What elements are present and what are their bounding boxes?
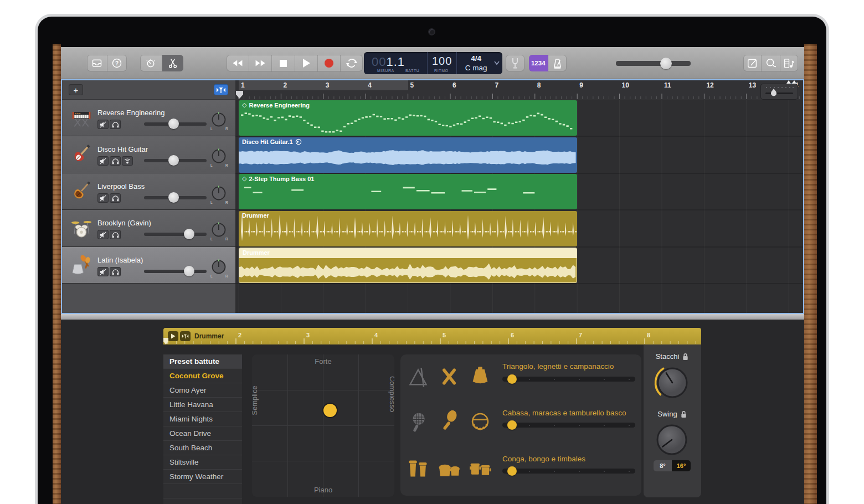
track-volume-slider[interactable] bbox=[144, 159, 207, 162]
region-drummer-brooklyn[interactable]: Drummer bbox=[239, 211, 577, 246]
track-volume-thumb[interactable] bbox=[184, 229, 194, 239]
smart-controls-button[interactable] bbox=[140, 55, 162, 71]
forward-button[interactable] bbox=[249, 55, 272, 71]
track-row-reverse-engineering[interactable]: Reverse Engineering LR bbox=[62, 100, 235, 136]
library-button[interactable] bbox=[87, 55, 107, 71]
stop-button[interactable] bbox=[272, 55, 295, 71]
pan-knob[interactable]: LR bbox=[210, 258, 228, 277]
track-volume-slider[interactable] bbox=[144, 270, 207, 273]
mute-button[interactable] bbox=[97, 193, 109, 203]
metronome-button[interactable] bbox=[548, 55, 567, 71]
input-monitor-button[interactable] bbox=[122, 156, 133, 166]
track-name[interactable]: Disco Hit Guitar bbox=[97, 145, 148, 153]
preset-item-stiltsville[interactable]: Stiltsville bbox=[163, 455, 242, 470]
window-divider[interactable] bbox=[61, 314, 804, 320]
track-volume-thumb[interactable] bbox=[168, 155, 179, 166]
loop-browser-button[interactable] bbox=[762, 55, 780, 71]
maracas-icon[interactable] bbox=[438, 410, 460, 432]
percussion-slider-thumb[interactable] bbox=[507, 466, 517, 476]
timbales-icon[interactable] bbox=[469, 460, 491, 482]
drummer-editor-header[interactable]: Drummer 2345678 bbox=[163, 328, 701, 344]
preset-item-miami-nights[interactable]: Miami Nights bbox=[163, 412, 242, 426]
add-track-button[interactable]: + bbox=[69, 84, 83, 95]
xy-pad-puck[interactable] bbox=[323, 404, 337, 417]
region-drummer-latin[interactable]: Drummer bbox=[239, 248, 577, 283]
drummer-xy-pad[interactable]: Forte Piano Semplice Complesso bbox=[252, 354, 394, 497]
lcd-key-section[interactable]: 4/4 C mag bbox=[457, 52, 502, 74]
swing-16th-button[interactable]: 16° bbox=[672, 460, 691, 471]
track-volume-slider[interactable] bbox=[144, 122, 207, 126]
lock-icon[interactable] bbox=[682, 353, 689, 361]
preset-item-ocean-drive[interactable]: Ocean Drive bbox=[163, 426, 242, 441]
bongos-icon[interactable] bbox=[438, 461, 460, 483]
region-2step-thump-bass[interactable]: ◇2-Step Thump Bass 01 bbox=[239, 174, 577, 209]
swing-8th-button[interactable]: 8° bbox=[654, 460, 672, 471]
chevron-down-icon[interactable] bbox=[493, 60, 500, 65]
preset-item-coconut-grove[interactable]: Coconut Grove bbox=[163, 369, 242, 383]
lcd-tempo-section[interactable]: 100 RITMO bbox=[428, 52, 457, 74]
help-button[interactable]: ? bbox=[107, 55, 127, 71]
solo-button[interactable] bbox=[110, 267, 121, 276]
record-button[interactable] bbox=[318, 55, 341, 71]
pan-knob[interactable]: LR bbox=[210, 111, 228, 130]
congas-icon[interactable] bbox=[407, 457, 429, 480]
percussion-slider[interactable] bbox=[502, 423, 635, 428]
fills-knob[interactable] bbox=[652, 363, 692, 403]
track-row-brooklyn-gavin[interactable]: Brooklyn (Gavin) LR bbox=[62, 210, 235, 247]
cowbell-icon[interactable] bbox=[469, 366, 491, 388]
preset-item-south-beach[interactable]: South Beach bbox=[163, 441, 242, 455]
solo-button[interactable] bbox=[110, 156, 121, 166]
percussion-slider[interactable] bbox=[502, 377, 635, 382]
lock-icon[interactable] bbox=[680, 410, 687, 418]
master-volume-slider[interactable] bbox=[616, 61, 691, 66]
track-name[interactable]: Reverse Engineering bbox=[97, 109, 164, 117]
track-volume-thumb[interactable] bbox=[168, 192, 179, 203]
media-browser-button[interactable] bbox=[780, 55, 798, 71]
claves-icon[interactable] bbox=[438, 366, 460, 388]
timeline-ruler[interactable]: 1234567891011121314 bbox=[235, 80, 803, 100]
count-in-button[interactable]: 1234 bbox=[529, 55, 548, 71]
catch-playhead-button[interactable] bbox=[214, 84, 228, 95]
track-row-liverpool-bass[interactable]: Liverpool Bass LR bbox=[62, 173, 235, 210]
swing-knob[interactable] bbox=[652, 420, 692, 460]
pan-knob[interactable]: LR bbox=[210, 184, 228, 203]
track-name[interactable]: Latin (Isabela) bbox=[97, 256, 143, 264]
pan-knob[interactable]: LR bbox=[210, 147, 228, 166]
play-button[interactable] bbox=[295, 55, 318, 71]
preset-item-stormy-weather[interactable]: Stormy Weather bbox=[163, 470, 242, 484]
mute-button[interactable] bbox=[97, 230, 109, 239]
tuner-button[interactable] bbox=[506, 55, 524, 71]
timeline-zoom-slider[interactable] bbox=[760, 84, 798, 100]
note-pad-button[interactable] bbox=[743, 55, 762, 71]
lcd-position-section[interactable]: 001.1 MISURA BATTU bbox=[364, 52, 428, 74]
percussion-slider[interactable] bbox=[502, 469, 635, 474]
mute-button[interactable] bbox=[97, 267, 109, 276]
track-name[interactable]: Liverpool Bass bbox=[97, 182, 145, 191]
preset-item-little-havana[interactable]: Little Havana bbox=[163, 398, 242, 412]
cabasa-icon[interactable] bbox=[407, 412, 429, 434]
mute-button[interactable] bbox=[97, 120, 109, 129]
track-volume-slider[interactable] bbox=[144, 233, 207, 236]
region-disco-hit-guitar[interactable]: Disco Hit Guitar.1 bbox=[239, 137, 577, 173]
preset-item-como-ayer[interactable]: Como Ayer bbox=[163, 383, 242, 398]
rewind-button[interactable] bbox=[227, 55, 249, 71]
percussion-slider-thumb[interactable] bbox=[507, 420, 517, 430]
mute-button[interactable] bbox=[97, 156, 109, 166]
pan-knob[interactable]: LR bbox=[210, 221, 228, 240]
lcd-display[interactable]: 001.1 MISURA BATTU 100 RITMO 4/4 C mag bbox=[364, 52, 502, 74]
track-volume-thumb[interactable] bbox=[168, 119, 179, 129]
track-volume-thumb[interactable] bbox=[184, 266, 194, 276]
tambourine-icon[interactable] bbox=[469, 411, 491, 433]
solo-button[interactable] bbox=[110, 230, 121, 239]
track-row-latin-isabela[interactable]: Latin (Isabela) LR bbox=[62, 247, 235, 284]
triangle-icon[interactable] bbox=[407, 367, 429, 389]
percussion-slider-thumb[interactable] bbox=[507, 374, 517, 384]
solo-button[interactable] bbox=[110, 120, 121, 129]
cycle-button[interactable] bbox=[341, 55, 363, 71]
tracks-timeline-area[interactable]: ◇Reverse Engineering Disco Hit Guitar.1 … bbox=[235, 100, 803, 313]
solo-button[interactable] bbox=[110, 193, 121, 203]
editors-button[interactable] bbox=[162, 55, 184, 71]
track-volume-slider[interactable] bbox=[144, 196, 207, 199]
track-name[interactable]: Brooklyn (Gavin) bbox=[97, 219, 151, 227]
region-reverse-engineering[interactable]: ◇Reverse Engineering bbox=[239, 100, 577, 136]
